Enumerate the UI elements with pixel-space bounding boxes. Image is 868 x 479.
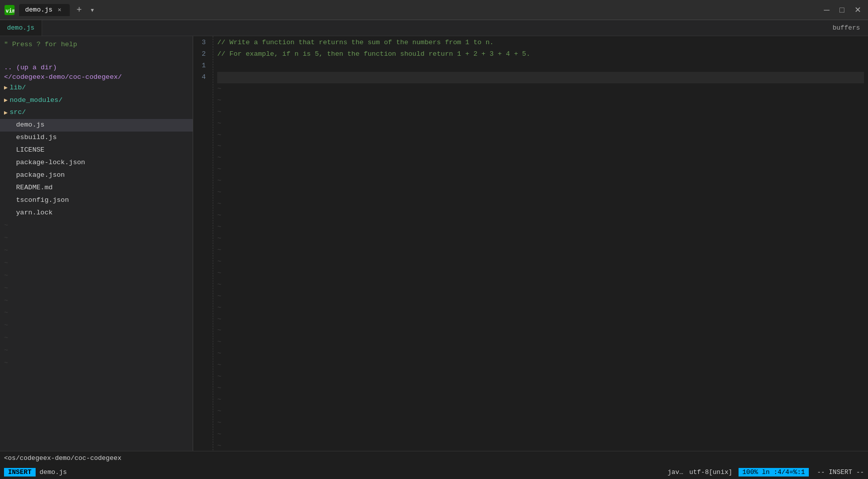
- title-bar-left: vim demo.js ✕ + ▾: [4, 4, 96, 16]
- sidebar-tilde-line: ~: [0, 319, 193, 332]
- sidebar-item-lib[interactable]: ▶ lib/: [0, 82, 193, 94]
- sidebar-tilde-line: ~: [0, 219, 193, 232]
- chevron-right-icon: ▶: [4, 83, 8, 93]
- editor-tilde-line: ~: [217, 406, 864, 417]
- tab-dropdown-button[interactable]: ▾: [89, 7, 96, 14]
- sidebar-tilde-line: ~: [0, 295, 193, 307]
- sidebar-item-node-modules[interactable]: ▶ node_modules/: [0, 94, 193, 107]
- folder-name-lib: lib/: [10, 82, 26, 94]
- file-name-esbuild-js: esbuild.js: [4, 132, 57, 144]
- minimize-button[interactable]: ─: [821, 5, 832, 15]
- editor-tilde-line: ~: [217, 256, 864, 268]
- editor-tilde-line: ~: [217, 325, 864, 336]
- editor-line-4: [217, 72, 864, 83]
- new-tab-button[interactable]: +: [74, 5, 85, 15]
- window-controls: ─ □ ✕: [821, 5, 864, 15]
- line-num-2: 2: [202, 49, 210, 60]
- file-name-package-json: package.json: [4, 170, 65, 181]
- sidebar-item-tsconfig[interactable]: tsconfig.json: [0, 194, 193, 207]
- sidebar-item-esbuild-js[interactable]: esbuild.js: [0, 132, 193, 144]
- sidebar-tilde-line: ~: [0, 332, 193, 344]
- sidebar-tilde-line: ~: [0, 282, 193, 295]
- sidebar-help-text: " Press ? for help: [0, 38, 193, 51]
- editor-tilde-line: ~: [217, 291, 864, 302]
- vim-logo-icon: vim: [4, 5, 15, 16]
- editor-tilde-line: ~: [217, 429, 864, 440]
- editor-tilde-lines: ~~~~~~~~~~~~~~~~~~~~~~~~~~~~~~~~: [217, 83, 864, 451]
- sidebar-tilde-line: ~: [0, 257, 193, 270]
- editor-tilde-line: ~: [217, 141, 864, 152]
- editor-tilde-line: ~: [217, 106, 864, 118]
- editor-tilde-line: ~: [217, 152, 864, 164]
- editor-tilde-line: ~: [217, 221, 864, 233]
- maximize-button[interactable]: □: [836, 5, 847, 15]
- status-bar-path: <os/codegeex-demo/coc-codegeex: [0, 451, 868, 465]
- file-name-demo-js: demo.js: [4, 119, 45, 131]
- chevron-right-icon: ▶: [4, 108, 8, 118]
- sidebar-item-yarn-lock[interactable]: yarn.lock: [0, 207, 193, 219]
- sidebar-tilde-line: ~: [0, 232, 193, 245]
- editor-tilde-line: ~: [217, 175, 864, 187]
- editor-line-2: // For example, if n is 5, then the func…: [217, 49, 864, 60]
- line-num-4: 4: [202, 72, 210, 83]
- editor-tilde-line: ~: [217, 383, 864, 394]
- editor-tilde-line: ~: [217, 417, 864, 429]
- sidebar-item-package-lock[interactable]: package-lock.json: [0, 157, 193, 169]
- editor-tilde-line: ~: [217, 336, 864, 348]
- editor-tilde-line: ~: [217, 95, 864, 106]
- file-name-readme: README.md: [4, 182, 53, 194]
- file-tree-sidebar: " Press ? for help .. (up a dir) </codeg…: [0, 36, 193, 451]
- insert-mode-label: -- INSERT --: [817, 468, 864, 476]
- sidebar-empty-line: [0, 51, 193, 63]
- tab-close-button[interactable]: ✕: [56, 6, 64, 14]
- editor-tilde-line: ~: [217, 210, 864, 221]
- sidebar-tilde-line: ~: [0, 357, 193, 370]
- editor-tilde-line: ~: [217, 371, 864, 383]
- editor-tilde-line: ~: [217, 268, 864, 279]
- sidebar-item-readme[interactable]: README.md: [0, 182, 193, 194]
- line-num-1: 1: [202, 60, 210, 72]
- buffer-tab-bar: demo.js buffers: [0, 20, 868, 36]
- editor-tilde-line: ~: [217, 245, 864, 256]
- insert-mode-badge: INSERT: [4, 468, 36, 476]
- file-name-yarn-lock: yarn.lock: [4, 207, 53, 219]
- status-path-text: <os/codegeex-demo/coc-codegeex: [4, 454, 121, 462]
- status-filename: demo.js: [40, 468, 67, 476]
- editor-line-1: [217, 60, 864, 72]
- status-position: 100% ln :4/4=%:1: [739, 468, 809, 476]
- editor-tilde-line: ~: [217, 302, 864, 314]
- status-right: jav… utf-8[unix] 100% ln :4/4=%:1: [668, 468, 809, 476]
- sidebar-item-src[interactable]: ▶ src/: [0, 106, 193, 119]
- editor-tilde-line: ~: [217, 187, 864, 198]
- editor-area[interactable]: 3 2 1 4 // Write a function that returns…: [193, 36, 868, 451]
- sidebar-item-license[interactable]: LICENSE: [0, 144, 193, 157]
- editor-tilde-line: ~: [217, 314, 864, 325]
- editor-tilde-line: ~: [217, 440, 864, 451]
- file-name-tsconfig: tsconfig.json: [4, 195, 69, 206]
- file-name-package-lock: package-lock.json: [4, 157, 85, 169]
- folder-name-src: src/: [10, 107, 26, 118]
- title-bar: vim demo.js ✕ + ▾ ─ □ ✕: [0, 0, 868, 20]
- editor-tilde-line: ~: [217, 360, 864, 371]
- status-language: jav…: [668, 468, 683, 476]
- status-encoding: utf-8[unix]: [689, 468, 733, 476]
- editor-tilde-line: ~: [217, 394, 864, 406]
- buffer-tab-label: demo.js: [7, 24, 35, 32]
- sidebar-root-dir: </codegeex-demo/coc-codegeex/: [0, 72, 193, 82]
- sidebar-item-demo-js[interactable]: demo.js: [0, 119, 193, 132]
- editor-lines[interactable]: // Write a function that returns the sum…: [213, 36, 868, 451]
- editor-tilde-line: ~: [217, 279, 864, 291]
- close-button[interactable]: ✕: [851, 5, 864, 15]
- active-tab[interactable]: demo.js ✕: [19, 4, 70, 16]
- status-bar-vim: INSERT demo.js jav… utf-8[unix] 100% ln …: [0, 465, 868, 479]
- app-window: vim demo.js ✕ + ▾ ─ □ ✕ demo.js buffers …: [0, 0, 868, 479]
- buffer-tab-demo[interactable]: demo.js: [0, 20, 42, 36]
- editor-tilde-line: ~: [217, 118, 864, 130]
- tab-label: demo.js: [25, 6, 53, 14]
- sidebar-tilde-line: ~: [0, 245, 193, 257]
- sidebar-item-package-json[interactable]: package.json: [0, 169, 193, 182]
- svg-text:vim: vim: [6, 8, 15, 14]
- folder-name-node-modules: node_modules/: [10, 95, 62, 106]
- sidebar-nav-up[interactable]: .. (up a dir): [0, 63, 193, 72]
- editor-line-3: // Write a function that returns the sum…: [217, 37, 864, 49]
